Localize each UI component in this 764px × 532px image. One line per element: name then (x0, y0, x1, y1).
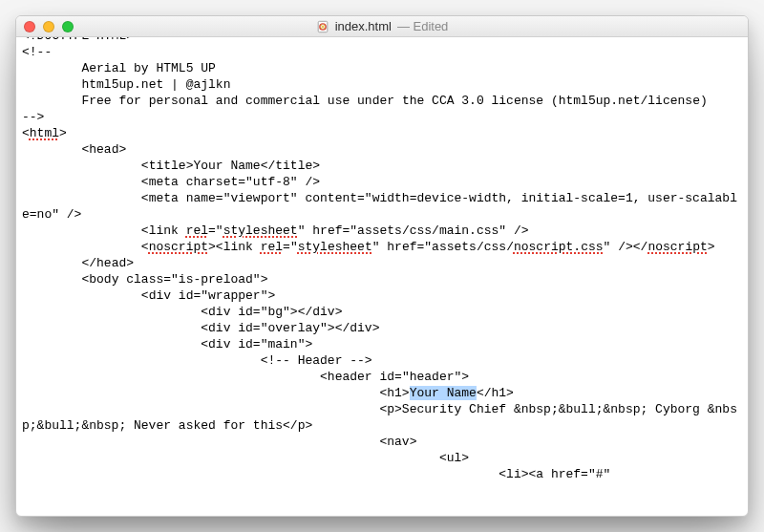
minimize-icon[interactable] (43, 21, 54, 32)
svg-point-1 (319, 23, 325, 29)
code-line[interactable]: <li><a href="#" (22, 466, 744, 482)
svg-point-2 (321, 25, 323, 27)
code-line[interactable]: <div id="main"> (22, 336, 744, 352)
code-line[interactable]: Aerial by HTML5 UP (22, 60, 744, 76)
code-line[interactable]: <div id="wrapper"> (22, 287, 744, 304)
code-line[interactable]: Free for personal and commercial use und… (22, 93, 744, 109)
window-edited-suffix: — Edited (397, 19, 448, 33)
code-line[interactable]: <title>Your Name</title> (22, 158, 744, 174)
code-line[interactable]: --> (22, 109, 744, 125)
code-line[interactable]: <!-- Header --> (22, 352, 744, 369)
code-line[interactable]: <noscript><link rel="stylesheet" href="a… (22, 239, 744, 255)
window-title: index.html — Edited (16, 19, 748, 33)
code-line[interactable]: <body class="is-preload"> (22, 271, 744, 287)
code-line[interactable]: <!-- (22, 44, 744, 60)
code-line[interactable]: <p>Security Chief &nbsp;&bull;&nbsp; Cyb… (22, 401, 744, 434)
titlebar[interactable]: index.html — Edited (16, 16, 748, 37)
code-line[interactable]: <header id="header"> (22, 369, 744, 385)
code-line[interactable]: <link rel="stylesheet" href="assets/css/… (22, 223, 744, 239)
code-line[interactable]: <html> (22, 125, 744, 141)
window-filename: index.html (335, 19, 392, 33)
text-editor-content[interactable]: <!DOCTYPE HTML><!-- Aerial by HTML5 UP h… (16, 26, 748, 516)
code-line[interactable]: <div id="bg"></div> (22, 304, 744, 320)
code-line[interactable]: <ul> (22, 450, 744, 466)
code-line[interactable]: <nav> (22, 434, 744, 450)
code-line[interactable]: <meta charset="utf-8" /> (22, 174, 744, 190)
code-line[interactable]: <meta name="viewport" content="width=dev… (22, 190, 744, 223)
code-line[interactable]: </head> (22, 255, 744, 271)
zoom-icon[interactable] (62, 21, 74, 32)
code-line[interactable]: <h1>Your Name</h1> (22, 385, 744, 401)
close-icon[interactable] (24, 21, 35, 32)
code-line[interactable]: <head> (22, 141, 744, 158)
editor-window: index.html — Edited <!DOCTYPE HTML><!-- … (15, 15, 749, 517)
code-line[interactable]: html5up.net | @ajlkn (22, 76, 744, 93)
code-line[interactable]: <div id="overlay"></div> (22, 320, 744, 336)
svg-rect-0 (318, 21, 328, 32)
traffic-lights (24, 21, 74, 32)
document-icon (316, 20, 329, 33)
